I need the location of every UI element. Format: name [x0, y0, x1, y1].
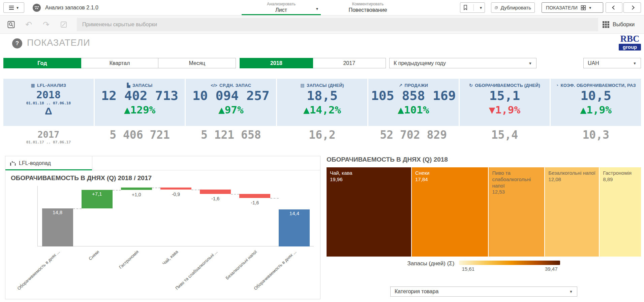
selections-toggle-label: Выборки [613, 22, 635, 28]
treemap-block-value: 12,53 [492, 189, 541, 195]
waterfall-connector [113, 190, 121, 191]
tab-lfl-waterfall[interactable]: LFL-водопад [5, 156, 92, 170]
kpi-change: ▲1,9% [580, 104, 612, 115]
smart-search-button[interactable] [5, 18, 18, 31]
treemap-block[interactable]: Снеки17,84 [412, 167, 488, 257]
treemap-block[interactable]: Чай, кава19,96 [327, 167, 411, 257]
previous-sheet-button[interactable] [606, 2, 622, 13]
redo-button[interactable]: ↷ [40, 18, 53, 31]
kpi-current-value: 18,5 [307, 89, 338, 103]
kpi-previous-value: 52 702 829 [368, 129, 459, 141]
waterfall-bar-label: -1,6 [200, 196, 231, 201]
treemap-block-label: Безалкогольні напої [548, 170, 595, 176]
filter-button-2017[interactable]: 2017 [313, 58, 386, 68]
panel-tabbar: LFL-водопад [5, 156, 320, 170]
waterfall-x-label: Оборачиваемость в днях ... [240, 249, 298, 299]
waterfall-bar[interactable] [239, 194, 270, 198]
clear-selections-button[interactable] [57, 18, 70, 31]
waterfall-panel: LFL-водопад ОБОРАЧИВАЕМОСТЬ В ДНЯХ (Q) 2… [5, 156, 320, 299]
waterfall-connector [152, 188, 160, 188]
kpi-label: LFL-АНАЛИЗ [37, 83, 66, 88]
topnav: Анализировать Лист ▾ Комментировать Пове… [242, 0, 404, 15]
kpi-label: ЗАПАСЫ (ДНЕЙ) [307, 83, 344, 88]
compare-dropdown[interactable]: К предыдущему году ▼ [389, 58, 536, 68]
nav-storytelling[interactable]: Комментировать Повествование [332, 0, 404, 15]
redo-icon: ↷ [43, 21, 50, 29]
help-button[interactable]: ? [12, 38, 22, 48]
waterfall-bar[interactable]: 14,4 [279, 209, 310, 246]
category-dropdown-value: Категория товара [395, 289, 438, 295]
waterfall-bar[interactable] [200, 190, 231, 194]
sheet-selector-button[interactable]: ПОКАЗАТЕЛИ ▾ [542, 2, 603, 13]
undo-button[interactable]: ↶ [22, 18, 35, 31]
waterfall-icon [10, 161, 16, 166]
chevron-down-icon: ▾ [17, 6, 19, 10]
waterfall-bar[interactable]: +7,1 [82, 190, 113, 208]
waterfall-bar-label: -1,6 [239, 200, 270, 205]
filter-button-квартал[interactable]: Квартал [81, 58, 159, 68]
kpi-label: ЗАПАСЫ [132, 83, 153, 88]
waterfall-connector [191, 190, 200, 190]
kpi-change: ▼1,9% [489, 104, 520, 115]
rbc-group-logo: RBC group [619, 34, 641, 51]
next-sheet-button[interactable] [623, 2, 641, 13]
legend-min-value: 15,61 [462, 266, 474, 272]
hamburger-icon [9, 7, 14, 8]
kpi-card-top: ◔ КОЭФ. ОБОРАЧИВАЕМОСТИ, РАЗ 10,5 ▲1,9% [551, 79, 641, 126]
kpi-previous-value: 5 406 721 [95, 129, 185, 141]
duplicate-icon [495, 5, 498, 11]
waterfall-x-label: Безалкогольні напої [200, 249, 258, 299]
chevron-down-icon: ▾ [589, 6, 591, 10]
selections-status-text: Применены скрытые выборки [82, 22, 157, 28]
waterfall-bar[interactable] [160, 188, 191, 190]
kpi-current-value: 10,5 [580, 89, 611, 103]
global-menu-button[interactable]: ▾ [3, 2, 24, 13]
kpi-row: ▦ LFL-АНАЛИЗ 2018 01.01.18 .. 07.06.18 Δ… [3, 79, 641, 148]
kpi-previous-period: 01.01.17 .. 07.06.17 [3, 140, 94, 144]
treemap-block[interactable]: Безалкогольні напої12,08 [545, 167, 599, 257]
legend-gradient [459, 261, 560, 265]
selections-tool-toggle[interactable]: Выборки [603, 15, 635, 34]
stock-days-icon: ▤ [300, 83, 305, 88]
waterfall-bar-label: -0,9 [160, 192, 191, 197]
currency-dropdown[interactable]: UAH ▼ [583, 58, 641, 68]
filter-button-месяц[interactable]: Месяц [158, 58, 236, 68]
waterfall-bar-label: 14,8 [42, 208, 73, 215]
kpi-label: ПРОДАЖИ [405, 83, 428, 88]
nav-storytelling-caption: Комментировать [352, 2, 384, 6]
kpi-card-top: ▦ LFL-АНАЛИЗ 2018 01.01.18 .. 07.06.18 Δ [3, 79, 94, 126]
waterfall-plot: 14,8+7,1+1,0-0,9-1,6-1,614,4 [37, 186, 314, 246]
grid-icon [603, 21, 609, 28]
category-dropdown[interactable]: Категория товара ▼ [390, 287, 577, 297]
kpi-current-period: 01.01.18 .. 07.06.18 [26, 101, 71, 105]
chevron-down-icon: ▾ [480, 6, 482, 10]
turnover-days-icon: ↻ [469, 83, 473, 88]
kpi-previous-value: 16,2 [277, 129, 367, 141]
kpi-label: КОЭФ. ОБОРАЧИВАЕМОСТИ, РАЗ [560, 83, 636, 88]
kpi-label: СР.ДН. ЗАПАС [219, 83, 251, 88]
sheet-selector-label: ПОКАЗАТЕЛИ [546, 5, 578, 10]
treemap-block-label: Чай, кава [330, 170, 408, 176]
filter-button-год[interactable]: Год [3, 58, 81, 68]
duplicate-button[interactable]: Дублировать [491, 2, 535, 13]
legend-max-value: 39,47 [545, 266, 558, 272]
nav-analyze-sheet[interactable]: Анализировать Лист ▾ [242, 0, 321, 15]
filter-button-2018[interactable]: 2018 [240, 58, 313, 68]
sales-icon: ↗ [399, 83, 402, 88]
treemap-block[interactable]: Гастрономія8,89 [600, 167, 641, 257]
legend-label: Запасы (дней) (Σ) [407, 260, 455, 267]
compare-dropdown-value: К предыдущему году [394, 60, 446, 66]
app-icon [32, 3, 41, 12]
waterfall-bar[interactable] [121, 188, 152, 190]
kpi-card: ◔ КОЭФ. ОБОРАЧИВАЕМОСТИ, РАЗ 10,5 ▲1,9% … [551, 79, 641, 148]
kpi-delta-symbol: Δ [45, 106, 52, 116]
kpi-previous-value: 10,3 [551, 129, 641, 141]
treemap-block[interactable]: Пиво та слабоалкогольні напої12,53 [489, 167, 544, 257]
waterfall-x-label: Снеки [42, 249, 100, 299]
kpi-card: ↻ ОБОРАЧИВАЕМОСТЬ (ДНЕЙ) 15,1 ▼1,9% 15,4 [460, 79, 550, 148]
waterfall-connector [270, 198, 279, 199]
bookmarks-button[interactable]: ▾ [460, 2, 485, 13]
sheet-grid-icon [581, 5, 586, 10]
waterfall-bar[interactable]: 14,8 [42, 208, 73, 246]
kpi-header: ▙ ЗАПАСЫ [127, 83, 153, 88]
